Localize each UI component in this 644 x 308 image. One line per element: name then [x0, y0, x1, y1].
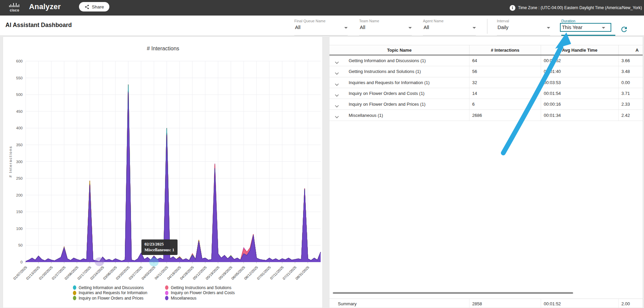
filter-team-label: Team Name — [359, 19, 379, 23]
filter-team[interactable]: Team NameAll — [359, 19, 412, 36]
line-series — [26, 84, 321, 262]
filter-duration-underline — [561, 35, 615, 36]
cell-col4: 2.33 — [619, 99, 643, 109]
topics-table-card: Topic Name# InteractionsAvg Handle TimeA… — [329, 36, 643, 308]
cell-avg_handle_time: 00:03:53 — [541, 77, 619, 88]
chevron-down-icon[interactable] — [473, 27, 476, 29]
legend-item[interactable]: Inquiries and Requests for Information — [73, 290, 147, 296]
cell-avg_handle_time: 00:00:16 — [541, 99, 619, 109]
legend-item[interactable]: Inquiry on Flower Orders and Costs — [165, 290, 235, 296]
cisco-wordmark: cisco — [8, 8, 21, 12]
legend-column: Getting Information and DiscussionsInqui… — [73, 285, 147, 301]
cell-topic: Getting Information and Discussions (1) — [329, 55, 469, 66]
table-row[interactable]: Miscellaneous (1)268600:01:342.42 — [329, 110, 643, 121]
y-tick-label: 450 — [16, 109, 23, 113]
legend-dot-icon — [165, 291, 168, 295]
legend-label: Getting Information and Discussions — [79, 285, 144, 290]
x-tick-label: 08/31/2025 — [295, 265, 310, 281]
row-expand-chevron-icon[interactable] — [335, 94, 339, 97]
area-series-inquiry-on-flower-orders-and-prices — [26, 84, 321, 262]
area-series-inquiries-and-requests-for-information — [26, 84, 321, 262]
chevron-down-icon[interactable] — [408, 27, 412, 29]
chart-tooltip: 02/23/2025 Miscellaneous: 1 — [141, 239, 178, 255]
area-series-getting-instructions-and-solutions — [26, 84, 321, 262]
cell-topic: Inquiries and Requests for Information (… — [329, 77, 469, 88]
filter-agent-value[interactable]: All — [424, 25, 429, 30]
chevron-down-icon[interactable] — [547, 27, 550, 29]
legend-dot-icon — [73, 291, 76, 295]
summary-interactions: 2858 — [469, 299, 541, 308]
y-tick-label: 350 — [16, 143, 23, 147]
cell-col4: 3.66 — [619, 55, 643, 66]
cell-avg_handle_time: 00:01:52 — [541, 55, 619, 66]
table-row[interactable]: Getting Information and Discussions (1)6… — [329, 55, 643, 66]
refresh-icon — [620, 25, 628, 33]
table-row[interactable]: Inquiry on Flower Orders and Prices (1)6… — [329, 99, 643, 110]
refresh-button[interactable] — [620, 25, 628, 34]
summary-row: Summary285800:01:522.00 — [329, 299, 643, 308]
cell-topic: Inquiry on Flower Orders and Costs (1) — [329, 88, 469, 99]
column-header-4[interactable]: A — [619, 45, 643, 55]
row-expand-chevron-icon[interactable] — [335, 105, 339, 108]
line-series — [26, 84, 321, 262]
legend-item[interactable]: Getting Instructions and Solutions — [165, 285, 235, 290]
filter-interval[interactable]: IntervalDaily — [497, 19, 550, 36]
column-header-2[interactable]: # Interactions — [469, 45, 541, 55]
column-header-3[interactable]: Avg Handle Time — [541, 45, 619, 55]
top-navbar: cisco Analyzer Share i Time Zone : (UTC-… — [0, 0, 644, 16]
filter-interval-underline — [497, 35, 550, 35]
line-series — [26, 84, 321, 262]
interactions-area-chart[interactable]: 05010015020025030035040045050055060001/0… — [3, 37, 323, 304]
y-tick-label: 550 — [16, 76, 23, 80]
cell-interactions: 56 — [469, 66, 541, 77]
legend-dot-icon — [165, 285, 168, 290]
cell-interactions: 32 — [469, 77, 541, 88]
app-title: Analyzer — [29, 2, 61, 11]
interactions-chart-card: 05010015020025030035040045050055060001/0… — [3, 36, 323, 308]
column-header-1[interactable]: Topic Name — [329, 45, 469, 55]
table-row[interactable]: Inquiries and Requests for Information (… — [329, 77, 643, 88]
cell-interactions: 64 — [469, 55, 541, 66]
cell-interactions: 14 — [469, 88, 541, 99]
info-icon[interactable]: i — [510, 5, 515, 11]
page-title: AI Assistant Dashboard — [5, 22, 72, 29]
cell-col4: 3.48 — [619, 66, 643, 77]
table-row[interactable]: Getting Instructions and Solutions (1)56… — [329, 66, 643, 77]
filter-divider — [487, 19, 487, 34]
topics-table: Topic Name# InteractionsAvg Handle TimeA… — [329, 45, 643, 121]
filter-interval-label: Interval — [497, 19, 509, 23]
hover-marker — [95, 257, 104, 266]
chevron-down-icon[interactable] — [344, 27, 348, 29]
filter-duration[interactable]: DurationThis Year — [561, 19, 615, 36]
line-series — [26, 84, 321, 262]
filter-final-queue-value[interactable]: All — [295, 25, 300, 30]
legend-dot-icon — [73, 285, 76, 290]
y-tick-label: 150 — [16, 210, 23, 214]
share-icon — [84, 4, 89, 9]
row-expand-chevron-icon[interactable] — [335, 72, 339, 75]
legend-label: Getting Instructions and Solutions — [171, 285, 231, 290]
y-tick-label: 250 — [16, 176, 23, 180]
chart-title: # Interactions — [3, 46, 323, 52]
row-expand-chevron-icon[interactable] — [335, 83, 339, 86]
filter-agent-underline — [423, 35, 476, 35]
legend-item[interactable]: Inquiry on Flower Orders and Prices — [73, 296, 147, 301]
x-tick-label: 07/01/2025 — [256, 265, 272, 281]
legend-item[interactable]: Miscellaneous — [165, 296, 235, 301]
chart-legend: Getting Information and DiscussionsInqui… — [3, 285, 323, 303]
summary-avg_handle_time: 00:01:52 — [541, 299, 619, 308]
y-tick-label: 400 — [16, 126, 23, 130]
filter-final-queue[interactable]: Final Queue NameAll — [294, 19, 348, 36]
table-row[interactable]: Inquiry on Flower Orders and Costs (1)14… — [329, 88, 643, 99]
row-expand-chevron-icon[interactable] — [335, 116, 339, 119]
filter-team-value[interactable]: All — [360, 25, 365, 30]
line-series — [26, 92, 321, 262]
row-expand-chevron-icon[interactable] — [335, 61, 339, 64]
legend-item[interactable]: Getting Information and Discussions — [73, 285, 147, 290]
horizontal-scrollbar[interactable] — [333, 292, 573, 294]
tooltip-value: Miscellaneous: 1 — [144, 247, 175, 253]
cell-avg_handle_time: 00:01:40 — [541, 66, 619, 77]
share-button[interactable]: Share — [79, 2, 109, 11]
filter-agent[interactable]: Agent NameAll — [423, 19, 476, 36]
filter-interval-value[interactable]: Daily — [498, 25, 508, 30]
